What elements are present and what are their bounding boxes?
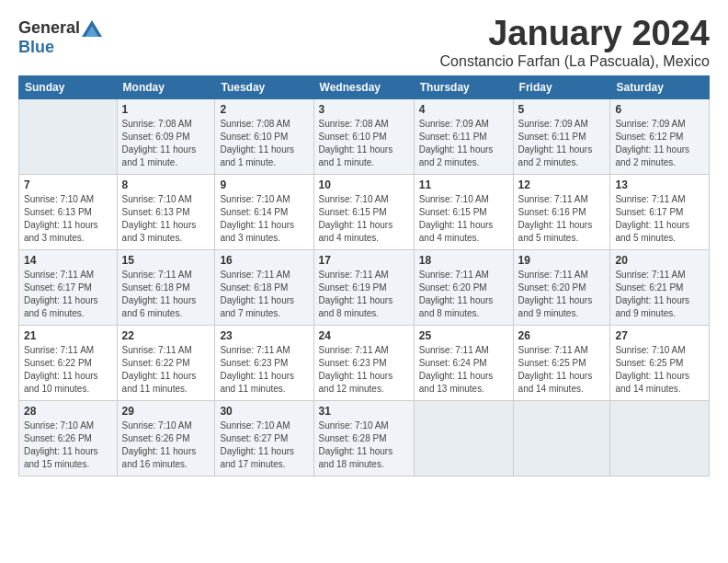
table-cell: 19Sunrise: 7:11 AMSunset: 6:20 PMDayligh…: [513, 249, 610, 325]
table-row: 1Sunrise: 7:08 AMSunset: 6:09 PMDaylight…: [19, 98, 710, 174]
day-number: 16: [220, 254, 308, 267]
day-info: Sunrise: 7:11 AMSunset: 6:17 PMDaylight:…: [24, 269, 112, 320]
table-cell: 4Sunrise: 7:09 AMSunset: 6:11 PMDaylight…: [414, 98, 513, 174]
day-number: 14: [24, 254, 112, 267]
table-cell: 25Sunrise: 7:11 AMSunset: 6:24 PMDayligh…: [414, 325, 513, 400]
table-cell: 27Sunrise: 7:10 AMSunset: 6:25 PMDayligh…: [610, 325, 710, 400]
day-number: 25: [419, 329, 508, 342]
header: General Blue January 2024 Constancio Far…: [18, 15, 710, 70]
day-number: 30: [220, 405, 308, 418]
table-cell: [414, 400, 513, 476]
table-cell: 23Sunrise: 7:11 AMSunset: 6:23 PMDayligh…: [215, 325, 313, 400]
day-info: Sunrise: 7:11 AMSunset: 6:17 PMDaylight:…: [615, 193, 704, 245]
day-number: 29: [122, 405, 210, 418]
day-info: Sunrise: 7:11 AMSunset: 6:18 PMDaylight:…: [122, 269, 210, 320]
table-cell: 29Sunrise: 7:10 AMSunset: 6:26 PMDayligh…: [117, 400, 215, 476]
logo-icon: [82, 20, 102, 37]
table-cell: 7Sunrise: 7:10 AMSunset: 6:13 PMDaylight…: [19, 174, 118, 249]
day-number: 31: [319, 405, 409, 418]
table-cell: 12Sunrise: 7:11 AMSunset: 6:16 PMDayligh…: [513, 174, 610, 249]
day-info: Sunrise: 7:10 AMSunset: 6:13 PMDaylight:…: [24, 193, 112, 245]
table-cell: 11Sunrise: 7:10 AMSunset: 6:15 PMDayligh…: [414, 174, 513, 249]
col-thursday: Thursday: [414, 75, 513, 98]
table-cell: 8Sunrise: 7:10 AMSunset: 6:13 PMDaylight…: [117, 174, 215, 249]
day-info: Sunrise: 7:10 AMSunset: 6:13 PMDaylight:…: [122, 193, 210, 245]
table-cell: 1Sunrise: 7:08 AMSunset: 6:09 PMDaylight…: [117, 98, 215, 174]
day-number: 15: [122, 254, 210, 267]
table-cell: 6Sunrise: 7:09 AMSunset: 6:12 PMDaylight…: [610, 98, 710, 174]
day-info: Sunrise: 7:11 AMSunset: 6:23 PMDaylight:…: [220, 344, 308, 396]
table-cell: 16Sunrise: 7:11 AMSunset: 6:18 PMDayligh…: [215, 249, 313, 325]
day-info: Sunrise: 7:10 AMSunset: 6:15 PMDaylight:…: [419, 193, 508, 245]
table-cell: 9Sunrise: 7:10 AMSunset: 6:14 PMDaylight…: [215, 174, 313, 249]
table-cell: 13Sunrise: 7:11 AMSunset: 6:17 PMDayligh…: [610, 174, 710, 249]
day-number: 18: [419, 254, 508, 267]
table-cell: 15Sunrise: 7:11 AMSunset: 6:18 PMDayligh…: [117, 249, 215, 325]
col-wednesday: Wednesday: [313, 75, 414, 98]
day-info: Sunrise: 7:11 AMSunset: 6:22 PMDaylight:…: [122, 344, 210, 396]
day-number: 17: [319, 254, 409, 267]
day-number: 13: [615, 178, 704, 191]
table-cell: 2Sunrise: 7:08 AMSunset: 6:10 PMDaylight…: [215, 98, 313, 174]
day-number: 23: [220, 329, 308, 342]
col-tuesday: Tuesday: [215, 75, 313, 98]
table-cell: 22Sunrise: 7:11 AMSunset: 6:22 PMDayligh…: [117, 325, 215, 400]
day-number: 28: [24, 405, 112, 418]
table-cell: 14Sunrise: 7:11 AMSunset: 6:17 PMDayligh…: [19, 249, 118, 325]
table-row: 28Sunrise: 7:10 AMSunset: 6:26 PMDayligh…: [19, 400, 710, 476]
table-cell: 21Sunrise: 7:11 AMSunset: 6:22 PMDayligh…: [19, 325, 118, 400]
day-info: Sunrise: 7:09 AMSunset: 6:11 PMDaylight:…: [518, 118, 606, 169]
table-cell: 17Sunrise: 7:11 AMSunset: 6:19 PMDayligh…: [313, 249, 414, 325]
month-title: January 2024: [440, 15, 710, 53]
day-number: 3: [319, 103, 409, 116]
table-cell: 5Sunrise: 7:09 AMSunset: 6:11 PMDaylight…: [513, 98, 610, 174]
table-cell: [610, 400, 710, 476]
table-cell: [19, 98, 118, 174]
day-info: Sunrise: 7:11 AMSunset: 6:23 PMDaylight:…: [319, 344, 409, 396]
calendar-table: Sunday Monday Tuesday Wednesday Thursday…: [18, 75, 710, 477]
day-number: 6: [615, 103, 704, 116]
day-number: 26: [518, 329, 606, 342]
table-row: 21Sunrise: 7:11 AMSunset: 6:22 PMDayligh…: [19, 325, 710, 400]
day-number: 4: [419, 103, 508, 116]
day-info: Sunrise: 7:08 AMSunset: 6:10 PMDaylight:…: [319, 118, 409, 169]
day-info: Sunrise: 7:11 AMSunset: 6:20 PMDaylight:…: [518, 269, 606, 320]
day-info: Sunrise: 7:11 AMSunset: 6:18 PMDaylight:…: [220, 269, 308, 320]
day-number: 10: [319, 178, 409, 191]
day-number: 8: [122, 178, 210, 191]
logo-blue-text: Blue: [18, 38, 54, 57]
location-title: Constancio Farfan (La Pascuala), Mexico: [440, 53, 710, 70]
day-info: Sunrise: 7:11 AMSunset: 6:19 PMDaylight:…: [319, 269, 409, 320]
day-info: Sunrise: 7:09 AMSunset: 6:11 PMDaylight:…: [419, 118, 508, 169]
day-number: 20: [615, 254, 704, 267]
table-cell: 26Sunrise: 7:11 AMSunset: 6:25 PMDayligh…: [513, 325, 610, 400]
day-number: 7: [24, 178, 112, 191]
day-info: Sunrise: 7:11 AMSunset: 6:22 PMDaylight:…: [24, 344, 112, 396]
table-row: 7Sunrise: 7:10 AMSunset: 6:13 PMDaylight…: [19, 174, 710, 249]
day-info: Sunrise: 7:09 AMSunset: 6:12 PMDaylight:…: [615, 118, 704, 169]
col-saturday: Saturday: [610, 75, 710, 98]
table-row: 14Sunrise: 7:11 AMSunset: 6:17 PMDayligh…: [19, 249, 710, 325]
day-info: Sunrise: 7:10 AMSunset: 6:26 PMDaylight:…: [122, 419, 210, 471]
title-area: January 2024 Constancio Farfan (La Pascu…: [440, 15, 710, 70]
day-number: 2: [220, 103, 308, 116]
day-info: Sunrise: 7:10 AMSunset: 6:27 PMDaylight:…: [220, 419, 308, 471]
day-number: 12: [518, 178, 606, 191]
logo: General Blue: [18, 18, 102, 57]
col-sunday: Sunday: [19, 75, 118, 98]
day-info: Sunrise: 7:08 AMSunset: 6:10 PMDaylight:…: [220, 118, 308, 169]
table-cell: 28Sunrise: 7:10 AMSunset: 6:26 PMDayligh…: [19, 400, 118, 476]
table-cell: 30Sunrise: 7:10 AMSunset: 6:27 PMDayligh…: [215, 400, 313, 476]
day-number: 11: [419, 178, 508, 191]
day-number: 9: [220, 178, 308, 191]
day-number: 21: [24, 329, 112, 342]
logo-general-text: General: [18, 18, 80, 38]
day-number: 24: [319, 329, 409, 342]
day-info: Sunrise: 7:11 AMSunset: 6:24 PMDaylight:…: [419, 344, 508, 396]
table-cell: 18Sunrise: 7:11 AMSunset: 6:20 PMDayligh…: [414, 249, 513, 325]
day-info: Sunrise: 7:10 AMSunset: 6:28 PMDaylight:…: [319, 419, 409, 471]
table-cell: [513, 400, 610, 476]
header-row: Sunday Monday Tuesday Wednesday Thursday…: [19, 75, 710, 98]
day-info: Sunrise: 7:11 AMSunset: 6:21 PMDaylight:…: [615, 269, 704, 320]
table-cell: 20Sunrise: 7:11 AMSunset: 6:21 PMDayligh…: [610, 249, 710, 325]
